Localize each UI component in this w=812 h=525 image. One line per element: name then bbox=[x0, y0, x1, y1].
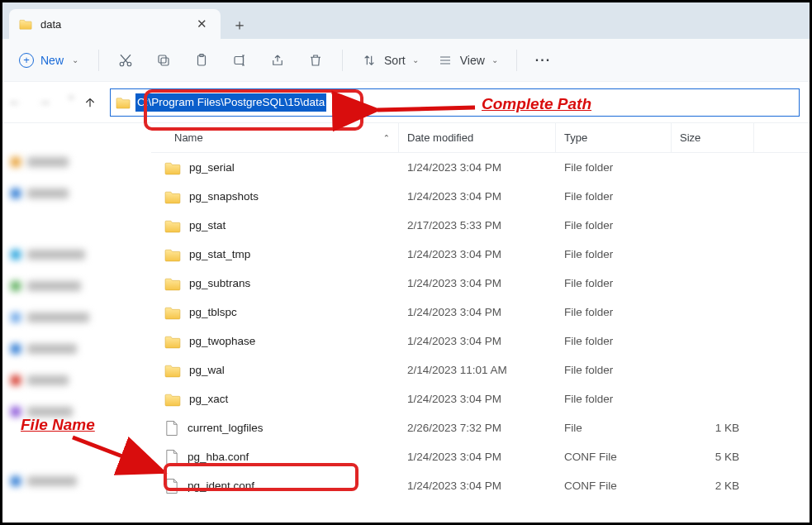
address-row: ←→˅ C:\Program Files\PostgreSQL\15\data bbox=[2, 82, 810, 123]
column-name[interactable]: Name⌄ bbox=[151, 123, 399, 152]
file-row[interactable]: pg_stat_tmp1/24/2023 3:04 PMFile folder bbox=[151, 240, 810, 269]
file-size-cell: 2 KB bbox=[672, 480, 754, 492]
new-button[interactable]: + New ⌄ bbox=[17, 50, 80, 71]
file-name-label: pg_hba.conf bbox=[188, 451, 249, 463]
file-modified-cell: 1/24/2023 3:04 PM bbox=[399, 248, 556, 260]
file-type-cell: File folder bbox=[556, 219, 672, 231]
folder-icon bbox=[164, 363, 181, 378]
title-bar: data ✕ ＋ bbox=[2, 2, 810, 39]
folder-icon bbox=[164, 189, 181, 204]
share-icon[interactable] bbox=[269, 52, 286, 69]
clipboard-group bbox=[117, 52, 324, 69]
file-name-cell: pg_stat bbox=[151, 218, 399, 233]
file-name-label: pg_serial bbox=[189, 161, 235, 174]
file-list: Name⌄ Date modified Type Size pg_serial1… bbox=[151, 123, 810, 523]
toolbar-divider bbox=[98, 50, 99, 71]
file-icon bbox=[164, 478, 179, 494]
nav-up-button[interactable] bbox=[82, 94, 98, 111]
file-row[interactable]: pg_twophase1/24/2023 3:04 PMFile folder bbox=[151, 327, 810, 356]
file-row[interactable]: pg_serial1/24/2023 3:04 PMFile folder bbox=[151, 153, 810, 182]
navigation-pane[interactable] bbox=[2, 123, 151, 523]
sort-button[interactable]: Sort ⌄ bbox=[361, 52, 419, 69]
file-name-cell: pg_subtrans bbox=[151, 276, 399, 291]
view-button[interactable]: View ⌄ bbox=[437, 52, 498, 69]
chevron-down-icon: ⌄ bbox=[412, 55, 419, 64]
file-type-cell: File folder bbox=[556, 248, 672, 260]
address-bar[interactable]: C:\Program Files\PostgreSQL\15\data bbox=[110, 88, 800, 117]
sort-caret-icon: ⌄ bbox=[383, 133, 390, 142]
delete-icon[interactable] bbox=[307, 52, 324, 69]
file-name-cell: current_logfiles bbox=[151, 420, 399, 437]
file-modified-cell: 1/24/2023 3:04 PM bbox=[399, 451, 556, 463]
toolbar-divider bbox=[516, 50, 517, 71]
new-tab-button[interactable]: ＋ bbox=[226, 11, 254, 39]
file-name-cell: pg_ident.conf bbox=[151, 478, 399, 494]
file-name-cell: pg_stat_tmp bbox=[151, 247, 399, 262]
file-name-label: pg_ident.conf bbox=[188, 480, 254, 492]
address-path[interactable]: C:\Program Files\PostgreSQL\15\data bbox=[135, 93, 326, 112]
folder-icon bbox=[164, 218, 181, 233]
file-row[interactable]: pg_stat2/17/2023 5:33 PMFile folder bbox=[151, 211, 810, 240]
file-type-cell: CONF File bbox=[556, 451, 672, 463]
folder-icon bbox=[164, 392, 181, 407]
svg-point-0 bbox=[120, 62, 124, 66]
folder-icon bbox=[116, 95, 131, 110]
file-name-label: pg_stat bbox=[189, 219, 226, 231]
file-modified-cell: 2/17/2023 5:33 PM bbox=[399, 219, 556, 231]
file-modified-cell: 1/24/2023 3:04 PM bbox=[399, 480, 556, 492]
column-size[interactable]: Size bbox=[672, 123, 754, 152]
main-area: Name⌄ Date modified Type Size pg_serial1… bbox=[2, 123, 810, 523]
plus-circle-icon: + bbox=[19, 53, 34, 68]
toolbar: + New ⌄ Sort ⌄ View ⌄ ··· bbox=[2, 39, 810, 82]
folder-icon bbox=[164, 276, 181, 291]
file-row[interactable]: current_logfiles2/26/2023 7:32 PMFile1 K… bbox=[151, 413, 810, 442]
folder-icon bbox=[19, 17, 32, 31]
file-type-cell: File folder bbox=[556, 393, 672, 405]
nav-back-forward[interactable]: ←→˅ bbox=[12, 93, 70, 112]
file-name-label: pg_snapshots bbox=[189, 190, 259, 203]
view-label: View bbox=[460, 54, 485, 67]
file-name-label: pg_stat_tmp bbox=[189, 248, 250, 260]
column-modified[interactable]: Date modified bbox=[399, 123, 556, 152]
copy-icon[interactable] bbox=[155, 52, 172, 69]
file-row[interactable]: pg_snapshots1/24/2023 3:04 PMFile folder bbox=[151, 182, 810, 211]
file-name-label: current_logfiles bbox=[188, 422, 264, 434]
column-headers[interactable]: Name⌄ Date modified Type Size bbox=[151, 123, 810, 153]
file-row[interactable]: pg_hba.conf1/24/2023 3:04 PMCONF File5 K… bbox=[151, 442, 810, 471]
sort-icon bbox=[361, 52, 378, 69]
file-modified-cell: 2/14/2023 11:01 AM bbox=[399, 364, 556, 376]
window-tab[interactable]: data ✕ bbox=[9, 9, 221, 39]
cut-icon[interactable] bbox=[117, 52, 134, 69]
file-modified-cell: 1/24/2023 3:04 PM bbox=[399, 335, 556, 347]
file-name-label: pg_xact bbox=[189, 393, 228, 405]
file-row[interactable]: pg_tblspc1/24/2023 3:04 PMFile folder bbox=[151, 298, 810, 327]
file-type-cell: CONF File bbox=[556, 480, 672, 492]
file-modified-cell: 1/24/2023 3:04 PM bbox=[399, 161, 556, 174]
folder-icon bbox=[164, 247, 181, 262]
column-type[interactable]: Type bbox=[556, 123, 672, 152]
file-name-label: pg_wal bbox=[189, 364, 225, 376]
folder-icon bbox=[164, 305, 181, 320]
file-icon bbox=[164, 420, 179, 437]
file-modified-cell: 1/24/2023 3:04 PM bbox=[399, 277, 556, 289]
file-name-cell: pg_xact bbox=[151, 392, 399, 407]
file-name-label: pg_subtrans bbox=[189, 277, 250, 289]
file-row[interactable]: pg_ident.conf1/24/2023 3:04 PMCONF File2… bbox=[151, 471, 810, 500]
file-name-cell: pg_wal bbox=[151, 363, 399, 378]
more-button[interactable]: ··· bbox=[535, 53, 551, 68]
chevron-down-icon: ⌄ bbox=[72, 55, 78, 64]
file-type-cell: File folder bbox=[556, 364, 672, 376]
tab-title: data bbox=[40, 18, 185, 31]
close-tab-button[interactable]: ✕ bbox=[193, 15, 211, 33]
rename-icon[interactable] bbox=[231, 52, 248, 69]
file-type-cell: File folder bbox=[556, 161, 672, 174]
toolbar-divider bbox=[342, 50, 343, 71]
file-modified-cell: 1/24/2023 3:04 PM bbox=[399, 393, 556, 405]
file-row[interactable]: pg_xact1/24/2023 3:04 PMFile folder bbox=[151, 384, 810, 413]
svg-rect-3 bbox=[159, 55, 166, 63]
paste-icon[interactable] bbox=[193, 52, 210, 69]
file-row[interactable]: pg_subtrans1/24/2023 3:04 PMFile folder bbox=[151, 269, 810, 298]
file-row[interactable]: pg_wal2/14/2023 11:01 AMFile folder bbox=[151, 356, 810, 384]
file-type-cell: File folder bbox=[556, 335, 672, 347]
svg-point-1 bbox=[127, 62, 131, 66]
